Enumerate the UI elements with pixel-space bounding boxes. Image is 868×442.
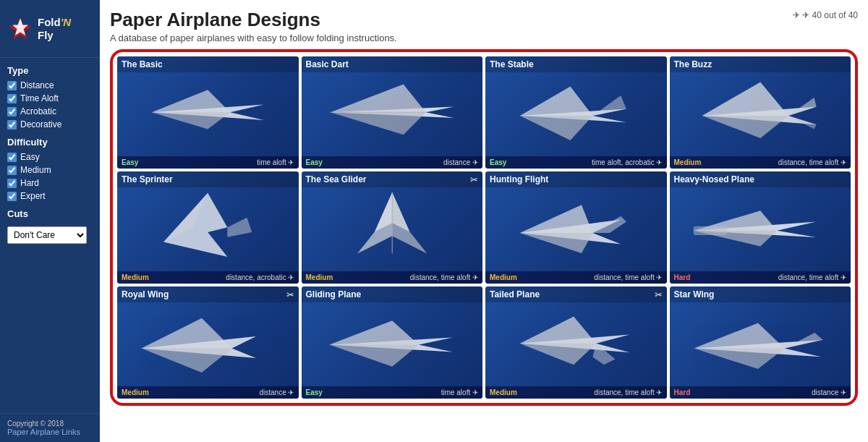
plane-type: time aloft xyxy=(257,158,294,166)
plane-difficulty: Easy xyxy=(306,388,323,396)
svg-marker-47 xyxy=(784,333,822,349)
page-header: ✈ 40 out of 40 Paper Airplane Designs A … xyxy=(110,9,858,43)
plane-footer: Easy time aloft, acrobatic xyxy=(485,156,667,169)
svg-marker-27 xyxy=(520,205,593,234)
type-filter-title: Type xyxy=(7,65,93,76)
plane-card-tailed-plane[interactable]: Tailed Plane ✂ Medium distance, time xyxy=(485,286,667,399)
plane-card-star-wing[interactable]: Star Wing Hard distance xyxy=(670,286,851,399)
plane-image xyxy=(670,171,851,284)
plane-footer: Medium distance xyxy=(117,386,299,399)
plane-difficulty: Easy xyxy=(490,158,506,166)
plane-title: The Buzz xyxy=(670,56,851,72)
planes-grid: The Basic Easy time aloft Ba xyxy=(117,56,851,399)
svg-marker-45 xyxy=(694,323,784,349)
plane-title: The Stable xyxy=(485,56,667,72)
plane-difficulty: Easy xyxy=(122,158,138,166)
sidebar-footer: Copyright © 2018 Paper Airplane Links xyxy=(0,413,100,442)
plane-card-basic-dart[interactable]: Basic Dart Easy distance xyxy=(302,56,483,169)
plane-title: Tailed Plane xyxy=(485,286,667,302)
page-subtitle: A database of paper airplanes with easy … xyxy=(110,33,858,43)
plane-image xyxy=(117,56,299,169)
svg-marker-46 xyxy=(694,349,784,369)
plane-card-the-basic[interactable]: The Basic Easy time aloft xyxy=(117,56,299,169)
plane-card-royal-wing[interactable]: Royal Wing ✂ Medium distance xyxy=(117,286,299,399)
svg-marker-35 xyxy=(141,318,231,349)
plane-type: distance, time aloft xyxy=(594,388,662,396)
cuts-select[interactable]: Don't Care No Cuts With Cuts xyxy=(7,226,87,244)
svg-marker-11 xyxy=(520,87,593,116)
svg-marker-24 xyxy=(392,192,427,253)
plane-footer: Easy distance xyxy=(302,156,483,169)
grid-container: The Basic Easy time aloft Ba xyxy=(110,49,858,406)
difficulty-filter-title: Difficulty xyxy=(7,137,93,148)
plane-image xyxy=(670,56,851,169)
filter-expert[interactable]: Expert xyxy=(7,191,93,201)
plane-card-the-sea-glider[interactable]: The Sea Glider ✂ Medium distance, tim xyxy=(302,171,483,284)
plane-image xyxy=(117,171,299,284)
plane-image xyxy=(302,56,483,169)
plane-image xyxy=(670,286,851,399)
svg-marker-17 xyxy=(788,98,816,116)
plane-card-heavy-nosed-plane[interactable]: Heavy-Nosed Plane Hard distance, time al… xyxy=(670,171,851,284)
plane-image xyxy=(485,286,667,399)
plane-image xyxy=(117,286,299,399)
plane-image xyxy=(302,171,483,284)
plane-difficulty: Medium xyxy=(490,388,517,396)
svg-marker-5 xyxy=(152,113,231,129)
svg-marker-41 xyxy=(520,317,596,344)
logo-area[interactable]: Fold'N Fly xyxy=(0,0,100,58)
filter-time-aloft[interactable]: Time Aloft xyxy=(7,93,93,103)
plane-title: Heavy-Nosed Plane xyxy=(670,171,851,187)
main-content: ✈ 40 out of 40 Paper Airplane Designs A … xyxy=(100,0,868,442)
plane-difficulty: Easy xyxy=(306,158,323,166)
plane-difficulty: Hard xyxy=(674,273,691,281)
svg-marker-8 xyxy=(330,113,425,135)
plane-type: distance, time aloft xyxy=(410,273,478,281)
filter-acrobatic[interactable]: Acrobatic xyxy=(7,106,93,116)
plane-image xyxy=(485,171,667,284)
page-title: Paper Airplane Designs xyxy=(110,9,858,31)
plane-type: distance, time aloft xyxy=(778,158,846,166)
filter-distance[interactable]: Distance xyxy=(7,80,93,90)
plane-difficulty: Medium xyxy=(306,273,333,281)
plane-footer: Medium distance, acrobatic xyxy=(117,271,299,284)
plane-card-the-buzz[interactable]: The Buzz Medium distance, time xyxy=(670,56,851,169)
svg-marker-38 xyxy=(329,320,419,344)
plane-footer: Medium distance, time aloft xyxy=(670,156,851,169)
svg-marker-12 xyxy=(520,116,593,140)
count-badge: ✈ 40 out of 40 xyxy=(793,10,858,20)
plane-type: time aloft xyxy=(441,388,478,396)
svg-marker-7 xyxy=(330,85,425,113)
plane-footer: Medium distance, time aloft xyxy=(485,386,667,399)
plane-type: distance xyxy=(812,388,846,396)
plane-title: The Sprinter xyxy=(117,171,299,187)
svg-rect-33 xyxy=(693,226,726,235)
paper-airplane-links[interactable]: Paper Airplane Links xyxy=(7,428,80,436)
plane-difficulty: Medium xyxy=(490,273,517,281)
filter-medium[interactable]: Medium xyxy=(7,165,93,175)
plane-title: The Basic xyxy=(117,56,299,72)
svg-marker-42 xyxy=(520,344,596,365)
plane-type: distance xyxy=(259,388,294,396)
logo-text: Fold'N Fly xyxy=(38,16,71,42)
plane-title: The Sea Glider xyxy=(302,171,483,187)
plane-difficulty: Hard xyxy=(674,388,691,396)
plane-footer: Medium distance, time aloft xyxy=(302,271,483,284)
plane-card-the-stable[interactable]: The Stable Easy time aloft, acrobatic xyxy=(485,56,667,169)
svg-marker-4 xyxy=(152,90,231,113)
logo-star xyxy=(7,16,33,42)
plane-footer: Hard distance, time aloft xyxy=(670,271,851,284)
plane-card-gliding-plane[interactable]: Gliding Plane Easy time aloft xyxy=(302,286,483,399)
filter-easy[interactable]: Easy xyxy=(7,152,93,162)
plane-title: Hunting Flight xyxy=(485,171,667,187)
plane-card-the-sprinter[interactable]: The Sprinter Medium distance, acrobatic xyxy=(117,171,299,284)
filter-hard[interactable]: Hard xyxy=(7,178,93,188)
plane-type: time aloft, acrobatic xyxy=(592,158,663,166)
plane-difficulty: Medium xyxy=(674,158,702,166)
plane-type: distance, time aloft xyxy=(594,273,662,281)
plane-footer: Easy time aloft xyxy=(117,156,299,169)
svg-marker-15 xyxy=(702,82,788,116)
svg-marker-23 xyxy=(357,192,392,253)
plane-card-hunting-flight[interactable]: Hunting Flight Medium distance, time alo… xyxy=(485,171,667,284)
filter-decorative[interactable]: Decorative xyxy=(7,119,93,129)
